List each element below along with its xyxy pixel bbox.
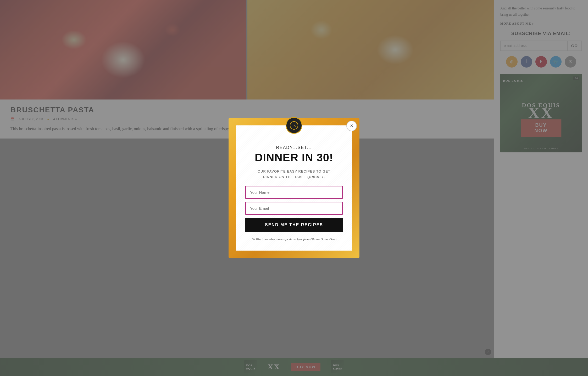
email-input[interactable] — [245, 202, 343, 215]
name-input[interactable] — [245, 186, 343, 199]
modal-title: DINNER IN 30! — [245, 152, 343, 164]
modal-outer: × READY...SET... DINNER IN 30! OUR FAVOR… — [229, 118, 359, 258]
modal-desc-line1: OUR FAVORITE EASY RECIPES TO GET — [258, 169, 330, 173]
modal-overlay: × READY...SET... DINNER IN 30! OUR FAVOR… — [0, 0, 588, 376]
svg-line-2 — [294, 125, 296, 126]
modal-description: OUR FAVORITE EASY RECIPES TO GET DINNER … — [245, 169, 343, 180]
modal-subtitle: READY...SET... — [245, 145, 343, 150]
modal-consent-text: I'd like to receive more tips & recipes … — [245, 237, 343, 242]
modal-desc-period: . — [324, 175, 325, 179]
modal-clock-icon — [286, 117, 302, 134]
modal-desc-line2: DINNER ON THE TABLE — [263, 175, 306, 179]
submit-recipes-button[interactable]: SEND ME THE RECIPES — [245, 218, 343, 232]
modal-inner: × READY...SET... DINNER IN 30! OUR FAVOR… — [236, 125, 352, 251]
modal-close-button[interactable]: × — [346, 121, 357, 131]
modal-desc-italic: QUICKLY — [307, 175, 324, 179]
